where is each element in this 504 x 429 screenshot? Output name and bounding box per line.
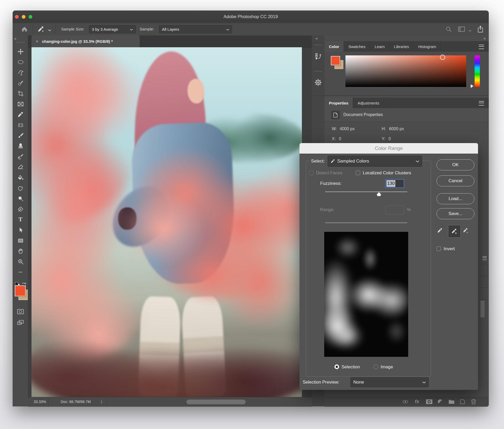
tab-properties[interactable]: Properties xyxy=(324,98,353,108)
tool-rectangle[interactable] xyxy=(17,237,24,244)
close-tab-icon[interactable]: × xyxy=(36,39,38,44)
document-icon xyxy=(331,111,340,119)
horizontal-scrollbar[interactable] xyxy=(186,400,246,404)
tool-move[interactable] xyxy=(17,48,24,55)
subtract-sample-eyedropper-icon[interactable] xyxy=(463,228,469,234)
image-radio[interactable] xyxy=(374,364,378,369)
eyedropper-tool-icon[interactable] xyxy=(38,26,44,34)
workspace-icon[interactable] xyxy=(458,26,465,33)
expand-panels-chevron[interactable]: » xyxy=(484,36,485,40)
sample-size-value: 3 by 3 Average xyxy=(92,27,118,32)
localized-clusters-checkbox[interactable] xyxy=(356,171,360,175)
invert-checkbox[interactable] xyxy=(437,247,441,251)
tab-learn[interactable]: Learn xyxy=(370,41,389,52)
selection-radio[interactable] xyxy=(334,364,339,369)
sample-dropdown[interactable]: All Layers xyxy=(159,25,232,33)
layer-style-icon[interactable]: fx xyxy=(415,399,419,404)
new-layer-icon[interactable] xyxy=(460,399,465,406)
hue-pointer[interactable] xyxy=(471,84,474,88)
tab-adjustments[interactable]: Adjustments xyxy=(353,98,384,108)
tool-clone-stamp[interactable] xyxy=(17,142,24,150)
height-value[interactable]: 6000 px xyxy=(389,127,404,131)
tool-crop[interactable] xyxy=(17,90,24,97)
tool-eyedropper[interactable] xyxy=(17,111,24,118)
tool-history-brush[interactable] xyxy=(17,153,24,160)
width-value[interactable]: 4000 px xyxy=(340,127,355,131)
y-label: Y: xyxy=(382,137,385,141)
layers-footer: fx xyxy=(324,397,489,407)
tool-paint-bucket[interactable] xyxy=(17,174,24,181)
tool-smudge[interactable] xyxy=(17,184,24,192)
color-range-dialog: Color Range Select: Sampled Colors Detec… xyxy=(300,143,478,390)
share-icon[interactable] xyxy=(477,25,484,34)
delete-layer-icon[interactable] xyxy=(471,399,476,406)
tool-frame[interactable] xyxy=(17,100,24,108)
tool-eraser[interactable] xyxy=(17,163,24,171)
cancel-label: Cancel xyxy=(449,178,463,184)
tool-dodge[interactable] xyxy=(17,195,24,202)
layer-mask-icon[interactable] xyxy=(426,399,433,405)
screen-mode-icon[interactable] xyxy=(17,320,24,326)
tab-histogram[interactable]: Histogram xyxy=(414,41,441,52)
document-tab[interactable]: × changing-color.jpg @ 33.3% (RGB/8) * xyxy=(32,35,140,47)
search-icon[interactable] xyxy=(445,26,452,34)
toolbar-grip[interactable] xyxy=(16,42,24,43)
fuzziness-input[interactable]: 130 xyxy=(385,179,404,188)
separator xyxy=(32,25,33,34)
panel-foreground-swatch[interactable] xyxy=(331,56,340,65)
status-chevron[interactable]: 〉 xyxy=(101,400,102,404)
tool-lasso[interactable] xyxy=(17,69,24,76)
mask-smoke-bottom xyxy=(326,318,368,354)
tool-brush[interactable] xyxy=(17,132,24,139)
image-radio-label: Image xyxy=(381,364,393,370)
chevron-down-icon[interactable] xyxy=(48,28,51,33)
dialog-title[interactable]: Color Range xyxy=(300,143,478,154)
toolbar-expand-chevron[interactable]: » xyxy=(14,36,16,41)
tool-quick-selection[interactable] xyxy=(17,79,24,87)
panel-menu-icon[interactable] xyxy=(482,257,487,260)
panel-menu-icon[interactable] xyxy=(479,45,484,49)
load-button[interactable]: Load... xyxy=(437,193,474,204)
ok-button[interactable]: OK xyxy=(437,159,474,170)
tab-color[interactable]: Color xyxy=(324,41,344,52)
selection-preview-dropdown[interactable]: None xyxy=(350,377,429,387)
tool-hand[interactable] xyxy=(17,247,24,255)
select-dropdown[interactable]: Sampled Colors xyxy=(328,156,422,167)
panel-menu-icon[interactable] xyxy=(479,101,484,106)
home-icon[interactable] xyxy=(21,26,28,34)
cancel-button[interactable]: Cancel xyxy=(437,175,474,186)
hue-strip[interactable] xyxy=(475,55,480,87)
tool-more-tools[interactable]: ••• xyxy=(17,268,24,276)
add-sample-eyedropper-icon[interactable] xyxy=(448,225,461,238)
sample-size-dropdown[interactable]: 3 by 3 Average xyxy=(89,25,136,33)
tool-healing-patch[interactable] xyxy=(17,121,24,129)
navigator-panel-button[interactable] xyxy=(312,69,324,96)
tab-swatches[interactable]: Swatches xyxy=(344,41,370,52)
document-image[interactable] xyxy=(32,47,302,397)
save-button[interactable]: Save... xyxy=(437,208,474,219)
select-label: Select: xyxy=(309,159,326,164)
tool-path-selection[interactable] xyxy=(17,226,24,234)
fuzziness-slider-track[interactable] xyxy=(325,191,407,192)
adjustment-layer-icon[interactable] xyxy=(437,399,443,406)
collapse-panels-chevron[interactable]: « xyxy=(316,36,317,40)
color-field[interactable] xyxy=(345,55,466,87)
chevron-down-icon[interactable] xyxy=(469,28,471,33)
color-field-cursor[interactable] xyxy=(440,55,445,60)
foreground-color-swatch[interactable] xyxy=(15,285,26,296)
group-layers-icon[interactable] xyxy=(448,399,455,405)
detect-faces-checkbox xyxy=(309,171,313,175)
tool-pen[interactable] xyxy=(17,205,24,213)
history-panel-button[interactable] xyxy=(312,43,324,70)
tool-type[interactable]: T xyxy=(17,216,24,223)
panel-scrollbar[interactable] xyxy=(480,301,485,317)
zoom-level[interactable]: 33.33% xyxy=(34,400,46,404)
tool-marquee[interactable] xyxy=(17,58,24,66)
sample-eyedropper-icon[interactable] xyxy=(437,228,443,234)
link-layers-icon[interactable] xyxy=(402,399,408,405)
x-value[interactable]: 0 xyxy=(339,137,341,141)
quick-mask-icon[interactable] xyxy=(17,309,24,315)
y-value[interactable]: 0 xyxy=(388,137,391,141)
tab-libraries[interactable]: Libraries xyxy=(390,41,414,52)
tool-zoom[interactable] xyxy=(17,258,24,265)
